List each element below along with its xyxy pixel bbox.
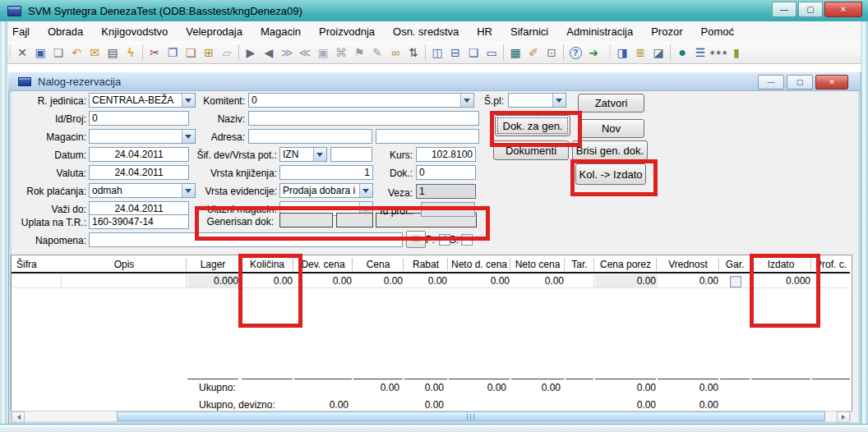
menu-proizvodnja[interactable]: Proizvodnja <box>310 23 384 40</box>
copy-icon[interactable]: ❐ <box>164 44 182 61</box>
maximize-button[interactable]: ▢ <box>798 2 823 17</box>
vrsta-evidencije-select[interactable]: Prodaja dobara i <box>279 183 373 198</box>
tile-horizontal-icon[interactable]: ⊟ <box>446 44 464 61</box>
sif-dev-field-2[interactable] <box>330 147 372 162</box>
chevron-down-icon[interactable] <box>460 94 473 107</box>
list-doc-icon[interactable]: ☰ <box>691 44 709 61</box>
id-broj-field[interactable]: 0 <box>89 111 189 126</box>
scroll-right-arrow-icon[interactable] <box>837 411 850 423</box>
adresa-field-1[interactable] <box>248 129 372 144</box>
cell-izdato[interactable]: 0.000 <box>751 274 815 288</box>
menu-fajl[interactable]: Fajl <box>3 23 39 40</box>
close-icon[interactable]: ✕ <box>13 44 31 61</box>
horizontal-scrollbar[interactable] <box>11 411 851 422</box>
menu-veleprodaja[interactable]: Veleprodaja <box>177 23 252 40</box>
cascade-windows-icon[interactable]: ❏ <box>464 44 482 61</box>
insert-table-icon[interactable]: ⊞ <box>200 44 218 61</box>
gar-checkbox[interactable] <box>730 276 741 287</box>
dok-field[interactable]: 0 <box>416 165 476 180</box>
tile-vertical-icon[interactable]: ◫ <box>428 44 446 61</box>
cell-opis[interactable] <box>62 274 187 288</box>
menu-administracija[interactable]: Administracija <box>557 23 642 40</box>
cell-tar[interactable] <box>566 274 594 288</box>
calculator-icon[interactable]: ▦ <box>506 44 524 61</box>
dok-za-gen-button[interactable]: Dok. za gen. <box>495 115 570 136</box>
sif-dev-select[interactable]: IZN <box>279 147 327 162</box>
arrange-window-icon[interactable]: ▭ <box>482 44 501 61</box>
generisan-dok-field-1[interactable] <box>279 213 333 227</box>
veza-field[interactable]: 1 <box>416 184 476 199</box>
menu-knjigovodstvo[interactable]: Knjigovodstvo <box>92 23 177 40</box>
module-blue-icon[interactable]: ◨ <box>613 44 631 61</box>
paste-icon[interactable]: ❑ <box>182 44 200 61</box>
flag-icon[interactable]: ⚑ <box>350 44 368 61</box>
dialog-maximize-button[interactable]: ▢ <box>787 75 813 90</box>
chevron-down-icon[interactable] <box>313 148 326 161</box>
notebook-icon[interactable]: ▮ <box>727 44 746 61</box>
zatvori-button[interactable]: Zatvori <box>578 94 644 113</box>
nov-button[interactable]: Nov <box>578 119 644 138</box>
cell-kolicina[interactable]: 0.00 <box>242 274 297 288</box>
cell-neto-cena[interactable]: 0.00 <box>511 274 568 288</box>
scrollbar-thumb[interactable] <box>117 411 825 421</box>
book-user-icon[interactable]: ◪ <box>649 44 667 61</box>
tree-view-icon[interactable]: ⌘ <box>332 44 350 61</box>
rok-placanja-select[interactable]: odmah <box>89 183 196 198</box>
undo-icon[interactable]: ↶ <box>67 44 85 61</box>
id-prof-field[interactable] <box>421 202 475 217</box>
card-icon[interactable]: ⊡ <box>542 44 561 61</box>
cell-lager[interactable]: 0.000 <box>187 274 242 288</box>
execute-icon[interactable]: ϟ <box>122 44 140 61</box>
generisan-dok-field-2[interactable] <box>336 213 373 227</box>
r-jedinica-select[interactable]: CENTRALA-BEŽA <box>89 93 196 108</box>
help-icon[interactable]: ? <box>566 44 584 61</box>
naziv-field[interactable] <box>248 111 479 126</box>
cell-vrednost[interactable]: 0.00 <box>658 274 723 288</box>
prev-record-icon[interactable]: ≪ <box>296 44 314 61</box>
search-binoculars-icon[interactable]: ∞ <box>386 44 404 61</box>
valuta-field[interactable]: 24.04.2011 <box>89 165 189 180</box>
save-icon[interactable]: ▣ <box>31 44 49 61</box>
scroll-doc-icon[interactable]: ≣ <box>631 44 649 61</box>
menu-osn-sredstva[interactable]: Osn. sredstva <box>384 23 468 40</box>
dialog-minimize-button[interactable]: — <box>758 75 784 90</box>
s-checkbox[interactable] <box>461 234 473 246</box>
menu-obrada[interactable]: Obrada <box>39 23 92 40</box>
dialog-close-button[interactable]: ✕ <box>815 75 848 90</box>
vrsta-knjizenja-field[interactable]: 1 <box>279 165 373 180</box>
chevron-down-icon[interactable] <box>552 94 566 107</box>
minimize-button[interactable]: — <box>772 2 796 17</box>
cell-cena-porez[interactable]: 0.00 <box>595 274 660 288</box>
dokumenti-button[interactable]: Dokumenti <box>493 140 569 160</box>
first-record-icon[interactable]: ◀ <box>260 44 278 61</box>
last-record-icon[interactable]: ▶ <box>242 44 260 61</box>
cell-cena[interactable]: 0.00 <box>353 274 407 288</box>
exit-door-icon[interactable]: ➜ <box>584 44 603 61</box>
brisi-gen-dok-button[interactable]: Brisi gen. dok. <box>572 140 648 160</box>
close-button[interactable]: ✕ <box>824 2 862 17</box>
cell-prof-c[interactable] <box>812 274 850 288</box>
database-icon[interactable]: ● <box>673 44 691 61</box>
menu-pomoc[interactable]: Pomoć <box>691 23 742 40</box>
next-record-icon[interactable]: ≫ <box>278 44 296 61</box>
menu-hr[interactable]: HR <box>468 23 501 40</box>
datum-field[interactable]: 24.04.2011 <box>89 147 189 162</box>
eraser-icon[interactable]: ▱ <box>218 44 236 61</box>
menu-prozor[interactable]: Prozor <box>642 23 691 40</box>
kurs-field[interactable]: 102.8100 <box>416 147 476 162</box>
kol-izdato-button[interactable]: Kol. -> Izdato <box>575 163 646 185</box>
cut-icon[interactable]: ✂ <box>145 44 164 61</box>
record-view-icon[interactable]: ▣ <box>314 44 332 61</box>
sort-az-icon[interactable]: ⇅ <box>404 44 422 61</box>
print-preview-icon[interactable]: ❏ <box>49 44 67 61</box>
komitent-select[interactable]: 0 <box>248 93 474 108</box>
cell-neto-d-cena[interactable]: 0.00 <box>449 274 514 288</box>
adresa-field-2[interactable] <box>376 129 479 144</box>
spl-select[interactable] <box>508 93 566 108</box>
password-icon[interactable]: ∗∗∗ <box>709 44 727 61</box>
edit-pencil-icon[interactable]: ✎ <box>368 44 386 61</box>
menu-magacin[interactable]: Magacin <box>252 23 310 40</box>
magacin-select[interactable] <box>89 129 196 144</box>
edit-note-icon[interactable]: ✐ <box>524 44 542 61</box>
napomena-field[interactable] <box>89 232 403 247</box>
